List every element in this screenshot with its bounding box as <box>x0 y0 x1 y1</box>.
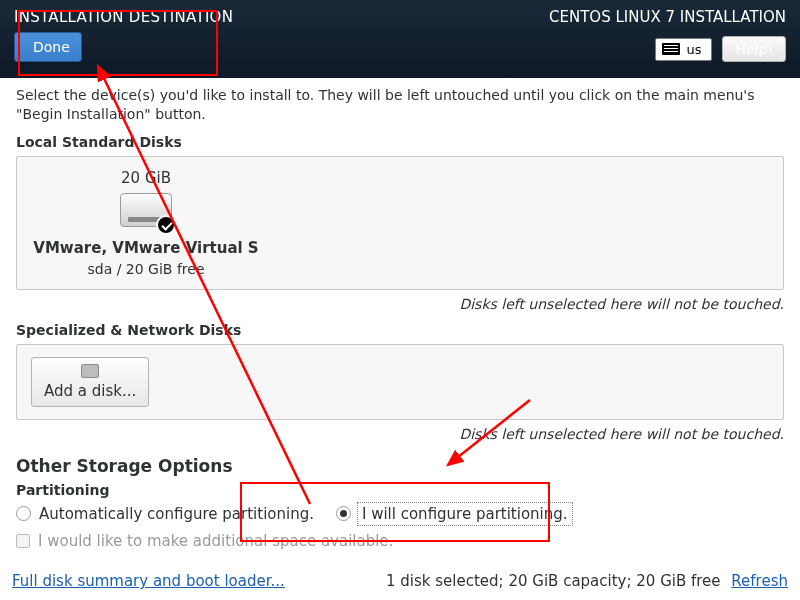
disk-name: VMware, VMware Virtual S <box>31 239 261 257</box>
other-storage-title: Other Storage Options <box>16 456 784 476</box>
radio-manual-label: I will configure partitioning. <box>359 504 571 524</box>
intro-text: Select the device(s) you'd like to insta… <box>16 86 784 124</box>
radio-manual-partition[interactable]: I will configure partitioning. <box>336 504 571 524</box>
refresh-link[interactable]: Refresh <box>731 572 788 590</box>
keyboard-icon <box>662 43 680 55</box>
local-disks-note: Disks left unselected here will not be t… <box>16 296 784 312</box>
done-button[interactable]: Done <box>14 32 82 62</box>
partitioning-label: Partitioning <box>16 482 784 498</box>
keyboard-layout-selector[interactable]: us <box>655 38 712 61</box>
selected-check-icon <box>156 215 176 235</box>
help-button[interactable]: Help! <box>722 36 786 62</box>
local-disks-label: Local Standard Disks <box>16 134 784 150</box>
local-disks-panel: 20 GiB VMware, VMware Virtual S sda / 20… <box>16 156 784 290</box>
radio-icon <box>16 506 31 521</box>
disk-subtext: sda / 20 GiB free <box>31 261 261 277</box>
disk-icon-wrap <box>120 193 172 233</box>
network-disks-note: Disks left unselected here will not be t… <box>16 426 784 442</box>
radio-auto-label: Automatically configure partitioning. <box>39 505 314 523</box>
radio-auto-partition[interactable]: Automatically configure partitioning. <box>16 505 314 523</box>
disk-item[interactable]: 20 GiB VMware, VMware Virtual S sda / 20… <box>31 169 261 277</box>
checkbox-additional-label: I would like to make additional space av… <box>38 532 393 550</box>
full-disk-summary-link[interactable]: Full disk summary and boot loader... <box>12 572 285 590</box>
add-disk-button[interactable]: Add a disk... <box>31 357 149 407</box>
page-title: INSTALLATION DESTINATION <box>14 8 233 26</box>
footer-bar: Full disk summary and boot loader... 1 d… <box>0 566 800 600</box>
add-disk-icon <box>81 364 99 378</box>
disk-size: 20 GiB <box>31 169 261 187</box>
checkbox-additional-space: I would like to make additional space av… <box>16 532 784 550</box>
network-disks-panel: Add a disk... <box>16 344 784 420</box>
add-disk-label: Add a disk... <box>44 382 136 400</box>
radio-icon-selected <box>336 506 351 521</box>
keyboard-layout-label: us <box>686 42 701 57</box>
network-disks-label: Specialized & Network Disks <box>16 322 784 338</box>
header-bar: INSTALLATION DESTINATION Done CENTOS LIN… <box>0 0 800 78</box>
installer-brand: CENTOS LINUX 7 INSTALLATION <box>549 8 786 26</box>
footer-status: 1 disk selected; 20 GiB capacity; 20 GiB… <box>386 572 721 590</box>
checkbox-icon <box>16 534 30 548</box>
